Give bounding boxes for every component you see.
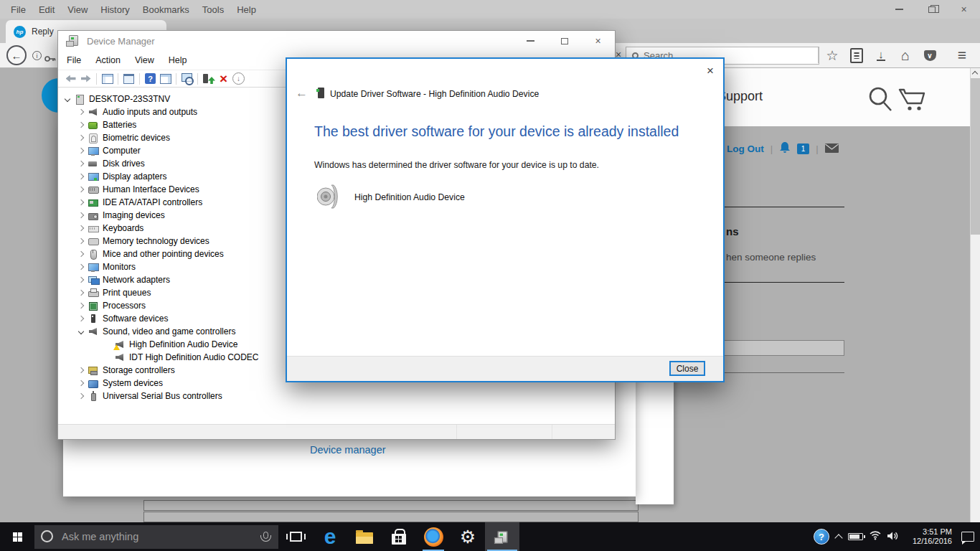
volume-icon[interactable] — [887, 530, 900, 543]
chevron-icon[interactable] — [77, 237, 85, 245]
chevron-icon[interactable] — [77, 288, 85, 297]
chevron-icon[interactable] — [63, 95, 72, 103]
toolbar-icon[interactable] — [871, 46, 891, 65]
toolbar-icon[interactable] — [118, 73, 118, 85]
chevron-icon[interactable] — [77, 133, 85, 142]
form-field[interactable] — [717, 340, 844, 356]
action-center-icon[interactable] — [961, 532, 974, 542]
device-manager-titlebar[interactable]: Device Manager × — [58, 31, 615, 51]
scroll-up-icon[interactable] — [972, 71, 978, 77]
toolbar-icon[interactable] — [79, 72, 93, 85]
chevron-icon[interactable] — [77, 366, 85, 375]
toolbar-icon[interactable] — [920, 46, 940, 65]
close-icon[interactable]: × — [707, 65, 714, 77]
toolbar-icon[interactable] — [232, 72, 245, 85]
scrollbar-thumb[interactable] — [971, 78, 980, 235]
chevron-icon[interactable] — [77, 314, 85, 323]
minimize-button[interactable] — [883, 0, 915, 19]
tree-item[interactable]: Universal Serial Bus controllers — [58, 390, 615, 402]
toolbar-icon[interactable] — [143, 72, 157, 85]
toolbar-icon[interactable] — [895, 46, 915, 65]
chevron-icon[interactable] — [77, 172, 85, 181]
chevron-icon[interactable] — [77, 250, 85, 258]
toolbar-icon[interactable] — [100, 72, 114, 85]
firefox-menu-item[interactable]: History — [94, 4, 136, 15]
chevron-icon[interactable] — [77, 263, 85, 271]
scrollbar[interactable] — [970, 68, 980, 522]
chevron-icon[interactable] — [77, 379, 85, 387]
search-icon[interactable] — [868, 86, 892, 115]
toolbar-icon[interactable] — [202, 72, 215, 85]
toolbar-icon[interactable] — [176, 73, 176, 85]
toolbar-icon[interactable] — [96, 73, 97, 85]
device-manager-link[interactable]: Device manager — [310, 444, 386, 456]
microphone-icon[interactable] — [263, 532, 268, 539]
cart-icon[interactable] — [898, 88, 927, 116]
toolbar-icon[interactable] — [139, 73, 140, 85]
toolbar-icon[interactable] — [159, 72, 172, 85]
toolbar-icon[interactable] — [847, 46, 867, 65]
close-button[interactable]: × — [948, 0, 980, 19]
chevron-icon[interactable] — [77, 224, 85, 232]
chevron-icon[interactable] — [77, 108, 85, 116]
maximize-button[interactable] — [547, 31, 581, 51]
toolbar-icon[interactable] — [122, 72, 136, 85]
back-button[interactable]: ← — [6, 45, 27, 65]
notification-badge[interactable]: 1 — [797, 143, 809, 154]
clock[interactable]: 3:51 PM 12/16/2016 — [906, 527, 952, 546]
firefox-menu-item[interactable]: Edit — [32, 4, 61, 15]
toolbar-icon[interactable] — [180, 72, 194, 85]
restore-button[interactable] — [915, 0, 948, 19]
page-info-icon[interactable]: i — [32, 51, 42, 60]
chevron-icon[interactable] — [77, 276, 85, 284]
toolbar-icon[interactable] — [822, 46, 842, 65]
back-icon[interactable]: ← — [296, 86, 308, 100]
menu-item[interactable]: View — [128, 55, 161, 65]
cortana-search-input[interactable]: Ask me anything — [34, 525, 278, 549]
minimize-button[interactable] — [514, 31, 547, 51]
tray-expand-icon[interactable] — [834, 534, 842, 542]
taskbar-app-button[interactable] — [485, 522, 519, 551]
close-dialog-button[interactable]: Close — [669, 361, 705, 376]
chevron-icon[interactable] — [77, 159, 85, 168]
chevron-icon[interactable] — [77, 146, 85, 155]
battery-icon[interactable] — [848, 533, 863, 540]
wifi-icon[interactable] — [870, 530, 881, 543]
chevron-icon[interactable] — [77, 392, 85, 400]
toolbar-icon[interactable] — [197, 73, 198, 85]
chevron-icon[interactable] — [77, 198, 85, 207]
firefox-menu-item[interactable]: Tools — [196, 4, 230, 15]
firefox-menu-item[interactable]: File — [4, 4, 32, 15]
menu-item[interactable]: Help — [161, 55, 194, 65]
start-button[interactable] — [0, 522, 34, 551]
taskbar-app-button[interactable] — [382, 522, 416, 551]
firefox-menu-item[interactable]: Help — [230, 4, 263, 15]
menu-item[interactable]: File — [60, 55, 88, 65]
close-button[interactable]: × — [581, 31, 615, 51]
chevron-icon[interactable] — [77, 185, 85, 194]
chevron-icon[interactable] — [77, 121, 85, 129]
firefox-menu-item[interactable]: View — [61, 4, 94, 15]
device-icon — [75, 94, 85, 104]
toolbar-icon[interactable] — [217, 72, 230, 85]
taskbar-app-button[interactable] — [278, 522, 313, 551]
device-icon — [88, 171, 98, 182]
chevron-icon[interactable] — [77, 301, 85, 310]
hamburger-menu-icon[interactable]: ≡ — [951, 46, 973, 65]
chevron-icon[interactable] — [77, 211, 85, 220]
key-icon[interactable] — [44, 52, 56, 65]
hp-support-assistant-icon[interactable]: ? — [814, 529, 829, 545]
taskbar-app-button[interactable] — [416, 522, 451, 551]
taskbar-app-button[interactable]: ⚙ — [451, 522, 485, 551]
taskbar-app-button[interactable] — [347, 522, 382, 551]
menu-item[interactable]: Action — [88, 55, 128, 65]
bell-icon[interactable] — [779, 141, 791, 156]
toolbar-icon[interactable] — [64, 72, 77, 85]
logout-link[interactable]: Log Out — [727, 143, 764, 154]
chevron-icon[interactable] — [103, 340, 112, 349]
chevron-icon[interactable] — [103, 353, 112, 362]
firefox-menu-item[interactable]: Bookmarks — [136, 4, 196, 15]
envelope-icon[interactable] — [825, 143, 839, 156]
chevron-icon[interactable] — [77, 327, 85, 336]
taskbar-app-button[interactable]: e — [313, 522, 347, 551]
